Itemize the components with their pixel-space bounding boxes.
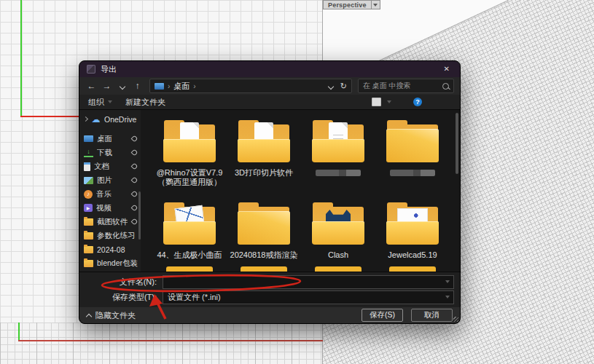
sidebar-item[interactable]: 桌面 <box>79 132 141 146</box>
redacted-name <box>316 170 361 176</box>
view-mode-icon[interactable] <box>372 98 381 106</box>
sidebar-item[interactable]: 截图软件 <box>79 215 141 229</box>
y-axis-line-bottom <box>18 323 20 341</box>
folder-icon <box>386 202 439 245</box>
sidebar-item[interactable]: 音乐 <box>79 187 141 201</box>
sidebar-item[interactable]: 图片 <box>79 173 141 187</box>
folder-item[interactable]: Clash <box>301 202 375 272</box>
search-input[interactable]: 在 桌面 中搜索 <box>358 79 454 93</box>
cancel-button[interactable]: 取消 <box>411 309 453 322</box>
chevron-down-icon[interactable] <box>445 280 450 283</box>
help-icon[interactable]: ? <box>413 98 422 106</box>
search-placeholder: 在 桌面 中搜索 <box>363 81 439 91</box>
folder-item[interactable] <box>301 120 375 202</box>
sidebar-item[interactable]: 心项链心紫砂壶 <box>79 270 141 272</box>
view-mode-chevron-icon[interactable] <box>387 100 391 103</box>
folder-icon <box>237 120 291 162</box>
folder-icon <box>386 120 439 162</box>
filename-input[interactable] <box>163 275 454 289</box>
folder-name: 3D打印切片软件 <box>235 168 293 178</box>
breadcrumb[interactable]: › 桌面 › ↻ <box>149 79 352 93</box>
chevron-down-icon[interactable] <box>445 296 450 298</box>
new-folder-button[interactable]: 新建文件夹 <box>125 97 165 108</box>
organize-button[interactable]: 组织 <box>88 97 112 108</box>
document-icon <box>84 162 90 171</box>
sidebar-item[interactable]: blender包装练' <box>79 256 141 270</box>
breadcrumb-item-desktop[interactable]: 桌面 <box>173 81 189 92</box>
pin-icon <box>132 205 137 210</box>
address-bar: ← → ↑ › 桌面 › ↻ 在 桌面 中搜索 <box>79 77 460 95</box>
redacted-name <box>390 170 435 176</box>
viewport-bottom-left-grid <box>0 323 323 364</box>
close-icon[interactable]: ✕ <box>441 64 453 74</box>
up-icon[interactable]: ↑ <box>131 82 144 90</box>
dialog-footer: 隐藏文件夹 保存(S) 取消 <box>79 307 460 323</box>
folder-icon <box>311 202 365 245</box>
folder-item[interactable]: 20240818戒指渲染 <box>227 202 301 272</box>
search-icon <box>442 83 449 90</box>
file-list: @Rhino7设置V7.9（鹦西里通用版） 3D打印切片软件 <box>141 110 460 272</box>
sidebar-item[interactable]: 参数化练习 <box>79 229 141 242</box>
folder-name: 44、生成极小曲面 <box>157 250 222 260</box>
export-app-icon <box>87 65 95 74</box>
folder-row3-partial <box>389 266 436 272</box>
y-axis-line <box>20 0 22 116</box>
onedrive-icon <box>91 115 101 124</box>
folder-row3-partial <box>166 266 213 272</box>
folder-item[interactable]: Jewelcad5.19 <box>375 202 450 272</box>
folder-icon <box>84 260 93 267</box>
dialog-titlebar[interactable]: 导出 ✕ <box>79 61 460 77</box>
file-list-scrollbar[interactable] <box>456 113 458 174</box>
hide-folders-button[interactable]: 隐藏文件夹 <box>87 310 136 321</box>
save-button[interactable]: 保存(S) <box>362 309 403 322</box>
savetype-label: 保存类型(T): <box>79 292 163 303</box>
viewport-tab-label[interactable]: Perspective <box>323 0 372 9</box>
viewport-tab-dropdown[interactable] <box>372 0 380 9</box>
pictures-icon <box>84 177 93 184</box>
pin-icon <box>132 150 137 155</box>
folder-item[interactable]: @Rhino7设置V7.9（鹦西里通用版） <box>152 120 227 202</box>
filename-label: 文件名(N): <box>79 277 163 288</box>
dialog-toolbar: 组织 新建文件夹 ? <box>79 95 460 110</box>
resize-grip[interactable] <box>453 317 458 322</box>
folder-icon <box>84 232 93 240</box>
folder-icon <box>163 202 216 245</box>
folder-icon <box>311 120 365 162</box>
desktop-icon <box>155 83 164 90</box>
sidebar-item[interactable]: 下载 <box>79 146 141 159</box>
sidebar-item[interactable]: 2024-08 <box>79 242 141 256</box>
sidebar-item[interactable]: OneDrive - Per <box>79 112 141 126</box>
expand-chevron-icon[interactable] <box>83 116 88 122</box>
folder-icon <box>84 246 93 253</box>
folder-icon <box>84 218 93 226</box>
viewport-tab[interactable]: Perspective <box>323 0 380 9</box>
folder-item[interactable] <box>375 120 450 202</box>
sidebar-item[interactable]: 视频 <box>79 201 141 215</box>
music-icon <box>84 190 93 199</box>
chevron-down-icon <box>108 100 112 103</box>
export-dialog: 导出 ✕ ← → ↑ › 桌面 › ↻ 在 桌面 中搜索 组织 新建文件夹 <box>79 60 461 324</box>
refresh-icon[interactable]: ↻ <box>340 82 347 91</box>
folder-row3-partial <box>241 266 287 272</box>
folder-item[interactable]: 44、生成极小曲面 <box>152 202 227 272</box>
savetype-value: 设置文件 (*.ini) <box>168 292 221 303</box>
pin-icon <box>132 219 137 224</box>
folder-name: Clash <box>328 250 348 260</box>
x-axis-line-bottom <box>18 340 323 341</box>
forward-icon[interactable]: → <box>101 82 113 90</box>
folder-name: Jewelcad5.19 <box>388 250 437 260</box>
pin-icon <box>132 136 137 141</box>
collapse-caret-icon <box>86 313 92 319</box>
pin-icon <box>132 164 137 169</box>
recent-locations-icon[interactable] <box>116 82 128 90</box>
desktop-icon <box>84 135 93 142</box>
back-icon[interactable]: ← <box>85 82 98 90</box>
folder-icon <box>237 202 291 245</box>
address-dropdown-icon[interactable] <box>329 82 333 90</box>
savetype-select[interactable]: 设置文件 (*.ini) <box>163 290 454 304</box>
folder-name: 20240818戒指渲染 <box>230 250 298 260</box>
folder-item[interactable]: 3D打印切片软件 <box>227 120 301 202</box>
folder-name: @Rhino7设置V7.9（鹦西里通用版） <box>153 168 226 187</box>
sidebar-item[interactable]: 文档 <box>79 159 141 173</box>
pin-icon <box>132 178 137 183</box>
